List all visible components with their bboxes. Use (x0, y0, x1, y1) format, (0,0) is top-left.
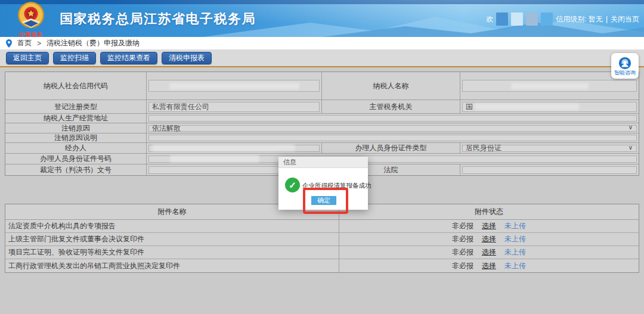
choose-file-link[interactable]: 选择 (482, 234, 496, 244)
attachment-row: 工商行政管理机关发出的吊销工商营业执照决定复印件 非必报 选择 未上传 (5, 259, 639, 272)
chevron-down-icon: ∨ (628, 125, 633, 130)
form-cell: 依法解散 ∨ (147, 123, 639, 133)
taxpayer-name-label: 纳税人名称 (322, 72, 460, 100)
id-number-label: 办理人员身份证件号码 (5, 154, 147, 164)
attachment-status-cell: 非必报 选择 未上传 (339, 259, 639, 272)
smart-consult-label: 智能咨询 (614, 70, 636, 76)
monitor-result-view-button[interactable]: 监控结果查看 (100, 52, 157, 64)
required-flag: 非必报 (452, 247, 473, 257)
id-type-select[interactable]: 居民身份证 ∨ (462, 145, 637, 152)
redacted-value-block (169, 83, 299, 89)
ok-button[interactable]: 确定 (311, 196, 336, 205)
choose-file-link[interactable]: 选择 (482, 261, 496, 271)
upload-status: 未上传 (504, 247, 526, 257)
form-row: 注销原因 依法解散 ∨ (5, 123, 639, 133)
form-cell (147, 133, 639, 142)
credit-code-label: 纳税人社会信用代码 (5, 72, 147, 100)
form-cell: 私营有限责任公司 (147, 100, 322, 113)
choose-file-link[interactable]: 选择 (482, 247, 496, 257)
redacted-value-block (170, 156, 259, 162)
attachment-name: 工商行政管理机关发出的吊销工商营业执照决定复印件 (5, 259, 339, 272)
close-page-link[interactable]: 关闭当页 (611, 14, 639, 24)
site-title: 国家税务总局江苏省电子税务局 (60, 10, 256, 28)
header-divider: | (606, 15, 608, 23)
attachment-status-header: 附件状态 (339, 204, 639, 219)
choose-file-link[interactable]: 选择 (482, 221, 496, 231)
attachment-name: 法定资质中介机构出具的专项报告 (5, 220, 339, 232)
required-flag: 非必报 (452, 221, 473, 231)
attachment-name: 上级主管部门批复文件或董事会决议复印件 (5, 233, 339, 245)
address-input[interactable] (148, 115, 637, 122)
form-cell (147, 154, 639, 164)
upload-status: 未上传 (504, 261, 526, 271)
attachment-row: 上级主管部门批复文件或董事会决议复印件 非必报 选择 未上传 (5, 233, 639, 246)
credit-code-input[interactable] (148, 80, 320, 92)
attachments-table: 附件名称 附件状态 法定资质中介机构出具的专项报告 非必报 选择 未上传 上级主… (5, 204, 639, 273)
page: 中国税务 国家税务总局江苏省电子税务局 欢 信用级别: 暂无 | 关闭当页 首页… (0, 0, 644, 314)
reg-type-label: 登记注册类型 (5, 100, 147, 113)
tax-authority-label: 主管税务机关 (322, 100, 460, 113)
monitor-scan-button[interactable]: 监控扫描 (53, 52, 96, 64)
required-flag: 非必报 (452, 234, 473, 244)
id-number-input[interactable] (148, 156, 637, 163)
address-label: 纳税人生产经营地址 (5, 114, 147, 123)
attachment-status-cell: 非必报 选择 未上传 (339, 246, 639, 259)
dialog-title: 信息 (278, 157, 368, 168)
id-type-label: 办理人员身份证件类型 (322, 143, 460, 153)
return-home-button[interactable]: 返回主页 (6, 52, 49, 64)
required-flag: 非必报 (452, 261, 473, 271)
location-pin-icon (6, 39, 12, 48)
cancel-reason-value: 依法解散 (152, 123, 181, 133)
redacted-username-block (526, 13, 538, 26)
taxpayer-name-input[interactable] (462, 80, 637, 92)
form-row: 注销原因说明 (5, 133, 639, 143)
upload-status: 未上传 (504, 221, 526, 231)
form-cell (147, 143, 322, 153)
redacted-value-block (511, 83, 589, 89)
form-cell: 国 (460, 100, 639, 113)
smart-consult-widget[interactable]: 智能咨询 (611, 53, 639, 79)
form-row: 纳税人生产经营地址 (5, 114, 639, 123)
breadcrumb-home[interactable]: 首页 (17, 38, 32, 48)
form-row: 纳税人社会信用代码 纳税人名称 (5, 72, 639, 100)
dialog-body: ✓ 企业所得税清算报备成功 确定 (278, 168, 368, 210)
tax-clearance-form-button[interactable]: 清税申报表 (162, 52, 212, 64)
redacted-username-block (541, 13, 553, 26)
agent-input[interactable] (148, 145, 320, 152)
tax-authority-value: 国 (466, 102, 473, 112)
reg-type-input[interactable]: 私营有限责任公司 (148, 102, 320, 112)
form-cell (460, 164, 639, 175)
toolbar: 返回主页 监控扫描 监控结果查看 清税申报表 (0, 49, 644, 67)
attachment-status-cell: 非必报 选择 未上传 (339, 220, 639, 232)
redacted-value-block (475, 104, 579, 110)
dialog-message: 企业所得税清算报备成功 (302, 182, 371, 190)
cancel-reason-label: 注销原因 (5, 123, 147, 133)
customer-service-headset-icon (618, 57, 631, 70)
redacted-value-block (152, 145, 295, 151)
reg-type-value: 私营有限责任公司 (152, 102, 209, 112)
info-dialog: 信息 ✓ 企业所得税清算报备成功 确定 (278, 157, 368, 210)
cancel-reason-desc-input[interactable] (148, 135, 637, 141)
breadcrumb-separator: > (37, 39, 41, 48)
breadcrumb-current: 清税注销税（费）申报及缴纳 (47, 38, 140, 48)
form-cell (147, 72, 322, 100)
credit-level-text: 信用级别: 暂无 (556, 14, 603, 24)
attachment-name: 项目完工证明、验收证明等相关文件复印件 (5, 246, 339, 259)
tax-authority-input[interactable]: 国 (462, 102, 637, 112)
court-input[interactable] (462, 166, 637, 174)
form-cell (147, 114, 639, 123)
logo-caption: 中国税务 (8, 31, 54, 39)
redacted-username-block (511, 13, 523, 26)
chevron-down-icon: ∨ (628, 145, 633, 151)
tax-emblem-icon (17, 1, 45, 30)
upload-status: 未上传 (504, 234, 526, 244)
redacted-username-block (496, 13, 508, 26)
cancel-reason-select[interactable]: 依法解散 ∨ (148, 125, 637, 132)
form-row: 经办人 办理人员身份证件类型 居民身份证 ∨ (5, 143, 639, 154)
attachment-row: 法定资质中介机构出具的专项报告 非必报 选择 未上传 (5, 220, 639, 233)
form-row: 登记注册类型 私营有限责任公司 主管税务机关 国 (5, 100, 639, 114)
form-cell: 居民身份证 ∨ (460, 143, 639, 153)
tax-bureau-logo: 中国税务 (8, 1, 54, 37)
welcome-text: 欢 (486, 14, 493, 24)
agent-label: 经办人 (5, 143, 147, 153)
